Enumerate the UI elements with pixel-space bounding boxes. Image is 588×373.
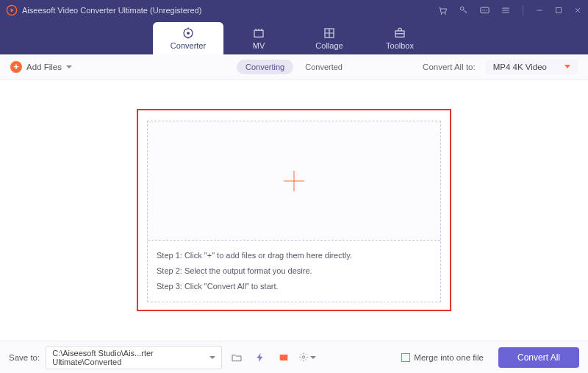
svg-point-3 [445, 13, 446, 15]
save-to-label: Save to: [9, 353, 40, 362]
svg-rect-9 [556, 8, 562, 13]
app-logo-icon [6, 4, 18, 16]
step-2: Step 2: Select the output format you des… [157, 263, 431, 279]
tab-collage[interactable]: Collage [294, 22, 365, 54]
settings-button[interactable] [298, 349, 316, 366]
add-files-label: Add Files [26, 63, 62, 71]
plus-icon: + [10, 61, 22, 73]
dropzone[interactable]: Step 1: Click "+" to add files or drag t… [147, 121, 441, 302]
tab-label: Converter [171, 41, 206, 50]
menu-icon[interactable] [501, 5, 511, 15]
add-plus-icon[interactable] [284, 171, 304, 191]
tab-converter[interactable]: Converter [153, 22, 223, 54]
chevron-down-icon [209, 356, 215, 359]
svg-rect-12 [254, 30, 263, 37]
chevron-down-icon [310, 356, 316, 359]
chevron-down-icon [564, 65, 570, 68]
add-files-button[interactable]: + Add Files [10, 61, 72, 73]
instructions: Step 1: Click "+" to add files or drag t… [148, 240, 440, 302]
status-tab-converting[interactable]: Converting [237, 60, 293, 74]
tab-label: Collage [315, 41, 343, 50]
status-tabs: Converting Converted [237, 60, 351, 74]
svg-point-4 [460, 7, 464, 10]
step-3: Step 3: Click "Convert All" to start. [157, 279, 431, 294]
svg-point-2 [441, 13, 442, 15]
separator [523, 5, 523, 15]
titlebar-controls [437, 5, 582, 16]
high-speed-button[interactable] [275, 349, 293, 366]
tab-label: Toolbox [386, 41, 414, 50]
maximize-icon[interactable] [554, 6, 563, 15]
merge-label: Merge into one file [414, 353, 484, 362]
drop-area[interactable] [148, 121, 440, 240]
highlight-box: Step 1: Click "+" to add files or drag t… [137, 109, 451, 311]
main-tabs: Converter MV Collage Toolbox [0, 21, 588, 54]
svg-marker-1 [11, 8, 14, 12]
convert-all-button[interactable]: Convert All [498, 347, 579, 368]
key-icon[interactable] [459, 5, 469, 15]
open-folder-button[interactable] [228, 349, 245, 366]
app-title: Aiseesoft Video Converter Ultimate (Unre… [22, 6, 437, 15]
minimize-icon[interactable] [535, 6, 544, 15]
close-icon[interactable] [573, 6, 582, 15]
svg-point-16 [302, 356, 305, 359]
checkbox-icon [401, 353, 410, 362]
svg-point-7 [484, 10, 485, 10]
format-value: MP4 4K Video [493, 63, 547, 71]
output-format-select[interactable]: MP4 4K Video [486, 60, 578, 74]
feedback-icon[interactable] [479, 5, 490, 16]
save-path-select[interactable]: C:\Aiseesoft Studio\Ais...rter Ultimate\… [46, 346, 222, 369]
chevron-down-icon [66, 65, 72, 68]
hw-accel-button[interactable] [251, 349, 269, 366]
step-1: Step 1: Click "+" to add files or drag t… [157, 248, 431, 263]
tab-mv[interactable]: MV [223, 22, 294, 54]
status-tab-converted[interactable]: Converted [296, 60, 351, 74]
svg-point-11 [187, 32, 190, 35]
footer: Save to: C:\Aiseesoft Studio\Ais...rter … [0, 341, 588, 373]
svg-point-6 [482, 10, 483, 10]
tab-label: MV [253, 41, 265, 50]
tab-toolbox[interactable]: Toolbox [365, 22, 435, 54]
save-path-value: C:\Aiseesoft Studio\Ais...rter Ultimate\… [52, 349, 209, 366]
svg-rect-15 [280, 355, 288, 360]
svg-point-8 [486, 10, 487, 10]
app-window: Aiseesoft Video Converter Ultimate (Unre… [0, 0, 588, 373]
cart-icon[interactable] [437, 5, 448, 16]
titlebar: Aiseesoft Video Converter Ultimate (Unre… [0, 0, 588, 21]
convert-all-to-label: Convert All to: [423, 63, 476, 71]
main-area: Step 1: Click "+" to add files or drag t… [0, 79, 588, 341]
merge-checkbox[interactable]: Merge into one file [401, 353, 484, 362]
toolbar: + Add Files Converting Converted Convert… [0, 54, 588, 79]
